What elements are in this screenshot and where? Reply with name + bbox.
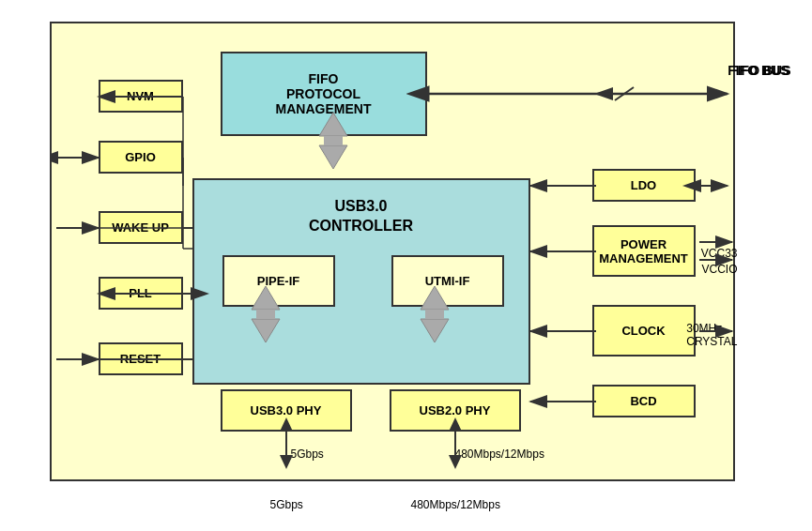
gpio-box: GPIO (99, 141, 183, 174)
usb20-phy-box: USB2.0 PHY (390, 389, 521, 432)
power-label: POWER MANAGEMENT (599, 237, 688, 266)
bcd-box: BCD (592, 385, 696, 417)
clock-box: CLOCK (592, 305, 696, 357)
crystal-label: 30MHz CRYSTAL (686, 322, 737, 348)
speed-480mbps-label: 480Mbps/12Mbps (455, 448, 544, 461)
svg-marker-9 (319, 145, 347, 169)
speed-480mbps-outside: 480Mbps/12Mbps (411, 498, 500, 511)
pll-box: PLL (99, 277, 183, 310)
ldo-box: LDO (592, 169, 696, 202)
ldo-label: LDO (631, 178, 656, 192)
clock-label: CLOCK (621, 324, 665, 338)
svg-line-7 (615, 87, 634, 100)
nvm-box: NVM (99, 80, 183, 113)
utmi-if-label: UTMI-IF (425, 274, 470, 288)
usb20-phy-label: USB2.0 PHY (420, 403, 491, 417)
reset-label: RESET (120, 352, 161, 366)
usb30-phy-box: USB3.0 PHY (221, 389, 352, 432)
diagram-container: FIFO BUS FIFO PROTOCOL MANAGEMENT USB3.0… (22, 12, 791, 519)
speed-5gbps-outside: 5Gbps (270, 498, 303, 511)
pll-label: PLL (129, 286, 152, 300)
utmi-if-box: UTMI-IF (391, 255, 504, 307)
svg-rect-11 (324, 136, 343, 145)
vccio-label: VCCIO (701, 263, 737, 276)
wakeup-label: WAKE UP (112, 220, 169, 235)
fifo-bus-outside-label: FIFO BUS (728, 63, 789, 78)
gpio-label: GPIO (125, 150, 156, 164)
reset-box: RESET (99, 342, 183, 375)
pipe-if-label: PIPE-IF (257, 274, 300, 288)
wakeup-box: WAKE UP (99, 211, 183, 244)
bcd-label: BCD (630, 394, 656, 408)
usb30-phy-label: USB3.0 PHY (251, 403, 322, 417)
speed-5gbps-label: 5Gbps (291, 448, 324, 461)
pipe-if-box: PIPE-IF (222, 255, 335, 307)
nvm-label: NVM (127, 89, 154, 103)
power-box: POWER MANAGEMENT (592, 225, 696, 277)
outer-box: FIFO PROTOCOL MANAGEMENT USB3.0 CONTROLL… (50, 22, 735, 481)
fifo-box: FIFO PROTOCOL MANAGEMENT (221, 52, 427, 136)
fifo-label: FIFO PROTOCOL MANAGEMENT (276, 71, 372, 116)
vcc33-label: VCC33 (701, 247, 738, 260)
usb-controller-title: USB3.0 CONTROLLER (194, 197, 529, 236)
usb-controller-box: USB3.0 CONTROLLER PIPE-IF UTMI-IF (192, 178, 530, 385)
